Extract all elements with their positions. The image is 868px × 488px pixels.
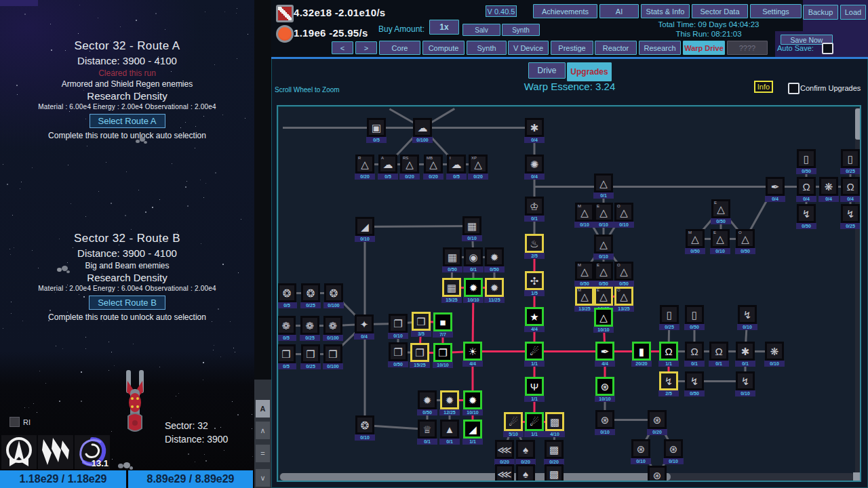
tab-v-device[interactable]: V Device bbox=[508, 41, 549, 55]
upgrade-node-lightning[interactable]: ↯0/10 bbox=[738, 305, 757, 330]
upgrade-node-resistor[interactable]: Ω1/1 bbox=[659, 342, 678, 367]
upgrade-node-comet[interactable]: ☄1/1 bbox=[525, 342, 544, 367]
upgrade-node-flask[interactable]: △O13/25 bbox=[614, 287, 633, 312]
upgrade-node-resistor[interactable]: Ω0/1 bbox=[709, 342, 728, 367]
upgrade-node-mesh-shield[interactable]: ▩0/25 bbox=[545, 464, 564, 482]
upgrade-node-battery[interactable]: ▯0/25 bbox=[841, 149, 860, 174]
tab-prev-button[interactable]: < bbox=[332, 41, 353, 54]
upgrade-node-flask[interactable]: △0/10 bbox=[594, 235, 613, 260]
upgrade-node-flask[interactable]: △M0/50 bbox=[575, 262, 594, 287]
select-route-b-button[interactable]: Select Route B bbox=[89, 296, 165, 310]
upgrade-node-chart-up[interactable]: ◢1/1 bbox=[463, 420, 482, 445]
upgrade-node-cube-plus[interactable]: ❒3/5 bbox=[412, 312, 431, 337]
upgrade-node-brain[interactable]: ☁I0/5 bbox=[447, 155, 466, 180]
upgrade-node-flask[interactable]: △R0/20 bbox=[355, 155, 374, 180]
upgrade-node-crown[interactable]: ♔0/1 bbox=[525, 197, 544, 222]
tab-warp-drive[interactable]: Warp Drive bbox=[683, 41, 725, 55]
upgrade-node-flask[interactable]: △E0/10 bbox=[594, 203, 613, 228]
upgrade-node-lightning[interactable]: ↯0/10 bbox=[736, 371, 755, 396]
upgrade-node-storm[interactable]: ❁0/100 bbox=[323, 316, 342, 341]
upgrade-node-ufo[interactable]: ⊛10/10 bbox=[595, 377, 614, 402]
upgrade-node-cubes[interactable]: ❐0/10 bbox=[389, 314, 408, 339]
upgrade-node-ufo[interactable]: ⊛0/10 bbox=[664, 439, 683, 464]
upgrade-node-ufo[interactable]: ⊛0/10 bbox=[648, 466, 667, 482]
upgrade-node-battery[interactable]: ▮20/20 bbox=[632, 342, 651, 367]
upgrade-node-pinwheel[interactable]: ✣1/5 bbox=[525, 271, 544, 296]
upgrade-node-net[interactable]: ❋0/4 bbox=[819, 177, 838, 202]
upgrade-node-cube[interactable]: ❒0/100 bbox=[323, 344, 342, 369]
sector-data-button[interactable]: Sector Data bbox=[692, 4, 748, 18]
upgrade-node-resistor[interactable]: Ω0/4 bbox=[797, 177, 816, 202]
upgrade-node-circuit[interactable]: ▦0/50 bbox=[443, 247, 462, 272]
synth-currency-button[interactable]: Synth bbox=[502, 24, 540, 36]
upgrade-node-claw[interactable]: ⋘0/20 bbox=[495, 440, 514, 465]
upgrade-node-battery[interactable]: ▯0/50 bbox=[685, 305, 704, 330]
upgrade-node-flask[interactable]: △M13/25 bbox=[575, 287, 594, 312]
upgrade-node-net[interactable]: ❋0/10 bbox=[765, 342, 784, 367]
upgrade-node-star[interactable]: ★4/4 bbox=[525, 307, 544, 332]
upgrade-node-swirl[interactable]: ✹12/25 bbox=[440, 390, 459, 415]
upgrade-node-claw-hit[interactable]: ✒4/4 bbox=[595, 342, 614, 367]
upgrade-node-galaxy[interactable]: ❂0/5 bbox=[277, 283, 296, 308]
upgrade-node-swirl[interactable]: ✹10/10 bbox=[464, 278, 483, 303]
upgrade-node-galaxy[interactable]: ❂0/10 bbox=[355, 415, 374, 441]
upgrade-node-flask[interactable]: △O0/50 bbox=[736, 229, 755, 254]
tab-research[interactable]: Research bbox=[639, 41, 681, 55]
tab-drive[interactable]: Drive bbox=[528, 62, 566, 79]
upgrade-node-starburst[interactable]: ✺0/4 bbox=[525, 155, 544, 180]
ri-toggle[interactable]: RI bbox=[9, 417, 31, 427]
upgrade-node-resistor[interactable]: Ω0/1 bbox=[685, 342, 704, 367]
upgrade-node-flask[interactable]: △O0/50 bbox=[614, 262, 633, 287]
upgrade-node-flask[interactable]: △E0/10 bbox=[711, 229, 730, 254]
upgrade-node-swirl[interactable]: ✹10/10 bbox=[463, 390, 482, 415]
tab-unknown[interactable]: ???? bbox=[727, 41, 768, 55]
tab-next-button[interactable]: > bbox=[355, 41, 377, 54]
upgrade-node-hub[interactable]: ✦0/4 bbox=[355, 314, 374, 340]
upgrade-node-mesh-shield[interactable]: ▩4/10 bbox=[545, 412, 564, 437]
upgrade-node-brain[interactable]: ☁A0/5 bbox=[378, 155, 397, 180]
upgrade-node-flask[interactable]: △E0/50 bbox=[594, 262, 613, 287]
vertical-scrollbar-thumb[interactable] bbox=[855, 108, 861, 140]
upgrade-node-flask[interactable]: △E0/50 bbox=[711, 199, 730, 224]
upgrade-node-battery[interactable]: ▯0/50 bbox=[797, 149, 816, 174]
stats-info-button[interactable]: Stats & Info bbox=[641, 4, 690, 18]
salv-button[interactable]: Salv bbox=[462, 24, 500, 36]
upgrade-node-beam[interactable]: ♨2/5 bbox=[525, 234, 544, 259]
upgrade-node-resistor[interactable]: Ω0/4 bbox=[841, 177, 860, 202]
upgrade-node-up-arrow[interactable]: ▲0/1 bbox=[440, 420, 459, 445]
upgrade-node-galaxy[interactable]: ❂0/100 bbox=[324, 283, 343, 308]
tab-upgrades[interactable]: Upgrades bbox=[567, 62, 612, 81]
upgrade-node-flask[interactable]: △MB0/20 bbox=[424, 155, 443, 180]
backup-button[interactable]: Backup bbox=[803, 5, 838, 20]
tab-compute[interactable]: Compute bbox=[422, 41, 465, 55]
upgrade-node-swirl[interactable]: ✹11/25 bbox=[485, 278, 504, 303]
strip-button-up[interactable]: ∧ bbox=[256, 422, 270, 439]
upgrade-node-flask[interactable]: △O0/10 bbox=[614, 203, 633, 228]
load-button[interactable]: Load bbox=[840, 5, 866, 20]
tab-reactor[interactable]: Reactor bbox=[595, 41, 637, 55]
achievements-button[interactable]: Achievements bbox=[533, 4, 597, 18]
upgrade-node-eye[interactable]: ◉0/1 bbox=[464, 247, 483, 272]
upgrade-node-storm[interactable]: ❁0/5 bbox=[277, 316, 296, 341]
upgrade-node-trophy[interactable]: ♕0/1 bbox=[418, 420, 437, 445]
upgrade-node-lightning[interactable]: ↯0/25 bbox=[841, 204, 860, 229]
strip-button-a[interactable]: A bbox=[256, 400, 270, 418]
upgrade-node-swirl[interactable]: ✹0/50 bbox=[485, 247, 504, 272]
strip-button-down[interactable]: ∨ bbox=[256, 469, 270, 487]
upgrade-node-flask[interactable]: △M0/10 bbox=[575, 203, 594, 228]
upgrade-node-mesh-shield[interactable]: ▩0/20 bbox=[545, 440, 564, 465]
upgrade-node-ufo[interactable]: ⊛0/10 bbox=[631, 439, 650, 464]
upgrade-node-flask[interactable]: △M0/50 bbox=[686, 229, 705, 254]
upgrade-node-flask[interactable]: △RS0/20 bbox=[400, 155, 419, 180]
upgrade-node-ufo[interactable]: ⊛0/10 bbox=[595, 410, 614, 435]
upgrade-node-flask[interactable]: △0/1 bbox=[594, 174, 613, 199]
upgrade-node-sun-gear[interactable]: ☀4/4 bbox=[463, 342, 482, 367]
scrollbar-corner-button[interactable] bbox=[853, 472, 861, 481]
ai-button[interactable]: AI bbox=[599, 4, 639, 18]
upgrade-node-cube[interactable]: ❒0/5 bbox=[277, 344, 296, 369]
upgrade-node-comet[interactable]: ☄5/10 bbox=[504, 412, 523, 437]
upgrade-node-galaxy[interactable]: ❂0/25 bbox=[301, 283, 320, 308]
upgrade-node-cubes[interactable]: ❐10/10 bbox=[433, 343, 452, 368]
upgrade-node-gear-x[interactable]: ✱0/4 bbox=[525, 118, 544, 143]
tab-synth[interactable]: Synth bbox=[467, 41, 507, 55]
